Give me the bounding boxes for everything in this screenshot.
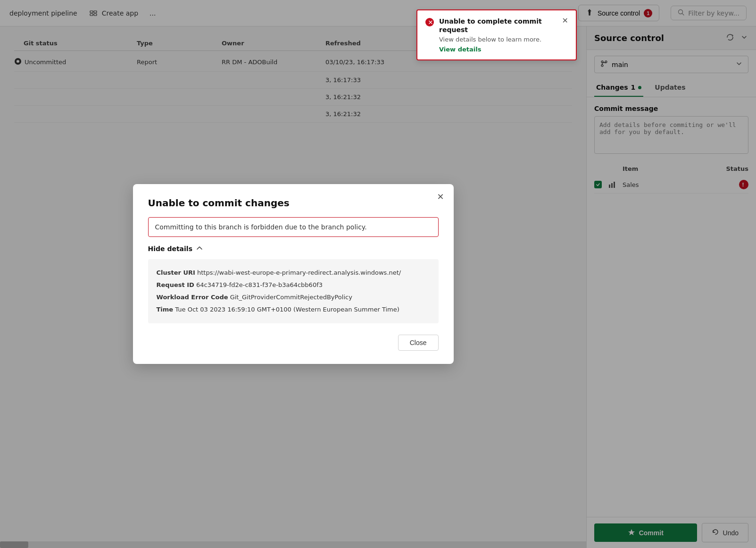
modal-overlay: Unable to commit changes ✕ Committing to… (0, 0, 756, 548)
toast-content: Unable to complete commit request View d… (439, 17, 562, 53)
chevron-up-icon (196, 244, 203, 253)
error-message-box: Committing to this branch is forbidden d… (148, 217, 439, 237)
toast-subtitle: View details below to learn more. (439, 36, 562, 43)
modal-close-button[interactable]: ✕ (437, 192, 444, 202)
detail-workload-error: Workload Error Code Git_GitProviderCommi… (157, 291, 430, 304)
request-id-label: Request ID (157, 281, 194, 288)
detail-cluster-uri: Cluster URI https://wabi-west-europe-e-p… (157, 267, 430, 279)
workload-error-label: Workload Error Code (157, 294, 228, 301)
detail-request-id: Request ID 64c34719-fd2e-c831-f37e-b3a64… (157, 279, 430, 291)
time-label: Time (157, 306, 174, 313)
modal-close-btn[interactable]: Close (398, 335, 439, 351)
toast-error-icon: ✕ (425, 17, 434, 27)
toast-close-button[interactable]: ✕ (562, 17, 568, 25)
svg-text:✕: ✕ (428, 19, 433, 26)
toast-header: ✕ Unable to complete commit request View… (425, 17, 568, 53)
modal-footer: Close (148, 335, 439, 351)
toast-title-group: ✕ Unable to complete commit request View… (425, 17, 562, 53)
toast-view-details-link[interactable]: View details (439, 46, 562, 53)
toast-title: Unable to complete commit request (439, 17, 562, 34)
cluster-uri-val: https://wabi-west-europe-e-primary-redir… (197, 269, 401, 276)
error-message-text: Committing to this branch is forbidden d… (155, 223, 367, 231)
toast-notification: ✕ Unable to complete commit request View… (416, 9, 577, 60)
hide-details-label: Hide details (148, 245, 193, 253)
modal-title: Unable to commit changes (148, 197, 439, 209)
unable-to-commit-modal: Unable to commit changes ✕ Committing to… (133, 184, 454, 364)
detail-time: Time Tue Oct 03 2023 16:59:10 GMT+0100 (… (157, 304, 430, 316)
details-box: Cluster URI https://wabi-west-europe-e-p… (148, 259, 439, 323)
cluster-uri-label: Cluster URI (157, 269, 195, 276)
hide-details-toggle[interactable]: Hide details (148, 244, 439, 253)
